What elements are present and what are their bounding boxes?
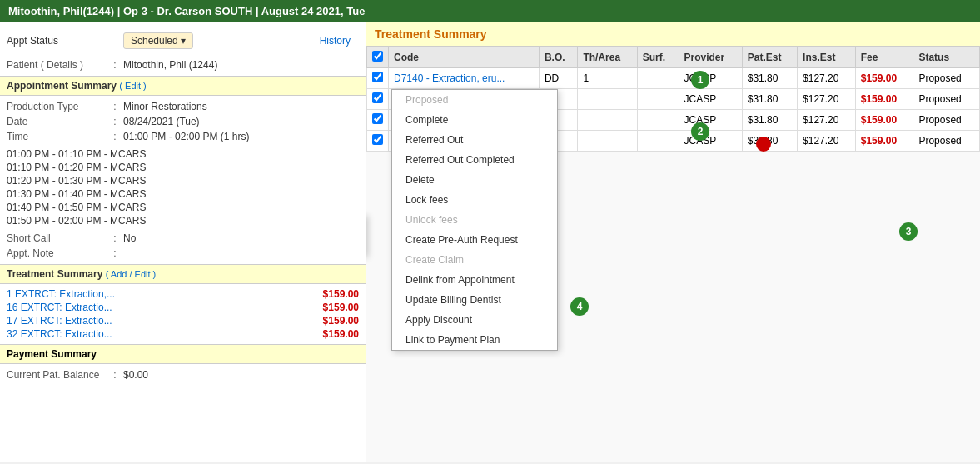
context-menu-item-referred-out-completed[interactable]: Referred Out Completed: [392, 150, 557, 170]
table-row: D7140 - Extraction, eru... DD 1 JCASP $3…: [367, 68, 980, 89]
context-menu-item-delete[interactable]: Delete: [392, 170, 557, 190]
row-fee: $159.00: [855, 68, 913, 89]
context-menu-item-apply-discount[interactable]: Apply Discount: [392, 310, 557, 330]
treatment-summary-left-header: Treatment Summary ( Add / Edit ): [0, 264, 366, 284]
title-bar: Mitoothin, Phil(1244) | Op 3 - Dr. Carso…: [0, 0, 980, 22]
treatment-code-1[interactable]: 1 EXTRCT: Extraction,...: [7, 288, 115, 300]
context-menu-item-referred-out[interactable]: Referred Out: [392, 130, 557, 150]
row-fee: $159.00: [855, 89, 913, 110]
code-link[interactable]: D7140 - Extraction, eru...: [394, 72, 505, 84]
row-provider: JCASP: [679, 131, 742, 152]
row-surf: [637, 110, 679, 131]
patient-label: Patient ( Details ): [7, 59, 107, 71]
treatment-price-3: $159.00: [323, 315, 359, 327]
treatment-code-3[interactable]: 17 EXTRCT: Extractio...: [7, 315, 112, 327]
row-checkbox[interactable]: [372, 113, 383, 124]
context-menu-item-link-to-payment-plan[interactable]: Link to Payment Plan: [392, 330, 557, 350]
appt-status-dropdown[interactable]: Scheduled ▾: [123, 32, 193, 49]
col-status: Status: [913, 47, 980, 68]
row-bo: DD: [539, 68, 578, 89]
select-all-checkbox[interactable]: [372, 51, 383, 62]
context-menu-item-proposed: Proposed: [392, 90, 557, 110]
list-item: 1 EXTRCT: Extraction,... $159.00: [7, 287, 359, 301]
history-link[interactable]: History: [320, 35, 351, 47]
schedule-block: 01:00 PM - 01:10 PM - MCARS 01:10 PM - 0…: [7, 147, 359, 227]
list-item: 17 EXTRCT: Extractio... $159.00: [7, 314, 359, 327]
list-item: 16 EXTRCT: Extractio... $159.00: [7, 301, 359, 314]
row-checkbox-cell[interactable]: [367, 131, 389, 152]
right-panel: Treatment Summary Code B.O. Th/Area Surf…: [366, 22, 980, 462]
row-provider: JCASP: [679, 89, 742, 110]
row-status: Proposed: [913, 68, 980, 89]
payment-summary-header: Payment Summary: [0, 344, 366, 364]
row-th-area: [578, 110, 637, 131]
col-surf: Surf.: [637, 47, 679, 68]
row-fee: $159.00: [855, 110, 913, 131]
row-pat-est: $31.80: [742, 89, 797, 110]
row-code: D7140 - Extraction, eru...: [389, 68, 540, 89]
treatment-price-4: $159.00: [323, 328, 359, 340]
cursor-indicator: [756, 137, 771, 152]
badge-1: 1: [691, 71, 709, 89]
row-surf: [637, 68, 679, 89]
col-code: Code: [389, 47, 540, 68]
col-provider: Provider: [679, 47, 742, 68]
col-ins-est: Ins.Est: [798, 47, 856, 68]
row-pat-est: $31.80: [742, 68, 797, 89]
current-balance-row: Current Pat. Balance : $0.00: [7, 367, 359, 382]
col-checkbox: [367, 47, 389, 68]
badge-4: 4: [570, 297, 589, 316]
treatment-add-edit-link[interactable]: ( Add / Edit ): [106, 269, 157, 279]
treatment-summary-right-header: Treatment Summary: [366, 22, 980, 47]
row-checkbox-cell[interactable]: [367, 89, 389, 110]
row-ins-est: $127.20: [798, 68, 856, 89]
row-ins-est: $127.20: [798, 131, 856, 152]
appt-note-row: Appt. Note :: [7, 246, 359, 261]
production-type-row: Production Type : Minor Restorations: [7, 99, 359, 114]
col-pat-est: Pat.Est: [742, 47, 797, 68]
row-checkbox[interactable]: [372, 92, 383, 103]
col-th-area: Th/Area: [578, 47, 637, 68]
context-menu: ProposedCompleteReferred OutReferred Out…: [391, 89, 558, 351]
appt-status-label: Appt Status: [7, 35, 123, 47]
row-surf: [637, 131, 679, 152]
badge-2: 2: [691, 122, 709, 141]
table-header-row: Code B.O. Th/Area Surf. Provider Pat.Est…: [367, 47, 980, 68]
row-ins-est: $127.20: [798, 89, 856, 110]
context-menu-item-complete[interactable]: Complete: [392, 110, 557, 130]
short-call-row: Short Call : No: [7, 231, 359, 246]
time-row: Time : 01:00 PM - 02:00 PM (1 hrs): [7, 129, 359, 144]
row-checkbox[interactable]: [372, 134, 383, 145]
context-menu-item-lock-fees[interactable]: Lock fees: [392, 190, 557, 210]
context-menu-item-create-claim: Create Claim: [392, 250, 557, 270]
date-row: Date : 08/24/2021 (Tue): [7, 114, 359, 129]
row-status: Proposed: [913, 131, 980, 152]
row-checkbox-cell[interactable]: [367, 110, 389, 131]
treatment-price-1: $159.00: [323, 288, 359, 300]
row-status: Proposed: [913, 110, 980, 131]
context-menu-item-create-pre-auth-request[interactable]: Create Pre-Auth Request: [392, 230, 557, 250]
badge-3: 3: [899, 222, 918, 241]
row-th-area: [578, 89, 637, 110]
row-surf: [637, 89, 679, 110]
treatment-code-4[interactable]: 32 EXTRCT: Extractio...: [7, 328, 112, 340]
list-item: 32 EXTRCT: Extractio... $159.00: [7, 327, 359, 341]
row-checkbox[interactable]: [372, 72, 383, 82]
row-provider: JCASP: [679, 68, 742, 89]
row-status: Proposed: [913, 89, 980, 110]
context-menu-item-delink-from-appointment[interactable]: Delink from Appointment: [392, 270, 557, 290]
context-menu-item-update-billing-dentist[interactable]: Update Billing Dentist: [392, 290, 557, 310]
patient-row: Patient ( Details ) : Mitoothin, Phil (1…: [7, 57, 359, 72]
appt-status-row: Appt Status Scheduled ▾ History: [7, 29, 359, 52]
treatment-items-list: 1 EXTRCT: Extraction,... $159.00 16 EXTR…: [7, 287, 359, 341]
treatment-code-2[interactable]: 16 EXTRCT: Extractio...: [7, 302, 112, 313]
appointment-edit-link[interactable]: ( Edit ): [119, 81, 146, 91]
appointment-summary-header: Appointment Summary ( Edit ): [0, 76, 366, 96]
row-fee: $159.00: [855, 131, 913, 152]
context-menu-item-unlock-fees: Unlock fees: [392, 210, 557, 230]
col-fee: Fee: [855, 47, 913, 68]
treatment-price-2: $159.00: [323, 302, 359, 313]
row-checkbox-cell[interactable]: [367, 68, 389, 89]
patient-link[interactable]: Mitoothin, Phil (1244): [123, 59, 359, 71]
row-provider: JCASP: [679, 110, 742, 131]
